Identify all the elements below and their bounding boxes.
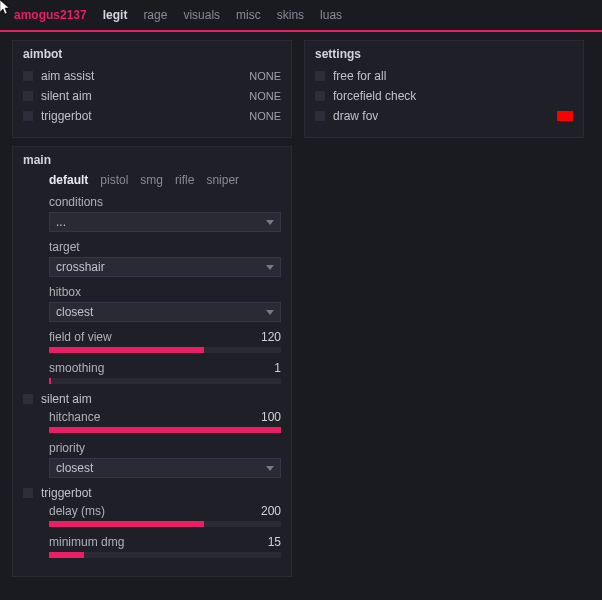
settings-panel: settings free for all forcefield check d… [304, 40, 584, 138]
priority-label: priority [49, 441, 281, 455]
hitchance-label: hitchance [49, 410, 100, 424]
delay-slider[interactable] [49, 521, 281, 527]
silent-aim-label: silent aim [41, 89, 249, 103]
conditions-select[interactable]: ... [49, 212, 281, 232]
triggerbot-keybind[interactable]: NONE [249, 110, 281, 122]
delay-label: delay (ms) [49, 504, 105, 518]
nav-tab-legit[interactable]: legit [103, 8, 128, 22]
delay-value: 200 [261, 504, 281, 518]
conditions-label: conditions [49, 195, 281, 209]
tab-rifle[interactable]: rifle [175, 173, 194, 187]
nav-tab-rage[interactable]: rage [143, 8, 167, 22]
priority-select[interactable]: closest [49, 458, 281, 478]
aim-assist-keybind[interactable]: NONE [249, 70, 281, 82]
mindmg-label: minimum dmg [49, 535, 124, 549]
mindmg-slider[interactable] [49, 552, 281, 558]
trigger-section-checkbox[interactable] [23, 488, 33, 498]
target-label: target [49, 240, 281, 254]
hitbox-select[interactable]: closest [49, 302, 281, 322]
main-panel: main default pistol smg rifle sniper con… [12, 146, 292, 577]
mindmg-value: 15 [268, 535, 281, 549]
target-select[interactable]: crosshair [49, 257, 281, 277]
tab-default[interactable]: default [49, 173, 88, 187]
aimbot-panel: aimbot aim assist NONE silent aim NONE t… [12, 40, 292, 138]
hitchance-value: 100 [261, 410, 281, 424]
settings-title: settings [315, 47, 573, 61]
fov-value: 120 [261, 330, 281, 344]
silent-section-checkbox[interactable] [23, 394, 33, 404]
fov-slider[interactable] [49, 347, 281, 353]
smoothing-label: smoothing [49, 361, 104, 375]
ffa-label: free for all [333, 69, 573, 83]
fov-label: field of view [49, 330, 112, 344]
forcefield-label: forcefield check [333, 89, 573, 103]
tab-pistol[interactable]: pistol [100, 173, 128, 187]
smoothing-value: 1 [274, 361, 281, 375]
triggerbot-label: triggerbot [41, 109, 249, 123]
aimbot-title: aimbot [23, 47, 281, 61]
tab-sniper[interactable]: sniper [206, 173, 239, 187]
ffa-checkbox[interactable] [315, 71, 325, 81]
drawfov-label: draw fov [333, 109, 557, 123]
hitchance-slider[interactable] [49, 427, 281, 433]
nav-tab-misc[interactable]: misc [236, 8, 261, 22]
drawfov-checkbox[interactable] [315, 111, 325, 121]
nav-user: amogus2137 [14, 8, 87, 22]
main-title: main [23, 153, 281, 167]
aim-assist-checkbox[interactable] [23, 71, 33, 81]
trigger-section-label: triggerbot [41, 486, 281, 500]
silent-aim-checkbox[interactable] [23, 91, 33, 101]
forcefield-checkbox[interactable] [315, 91, 325, 101]
hitbox-label: hitbox [49, 285, 281, 299]
weapon-tabs: default pistol smg rifle sniper [49, 173, 281, 187]
smoothing-slider[interactable] [49, 378, 281, 384]
nav-tab-visuals[interactable]: visuals [183, 8, 220, 22]
top-nav: amogus2137 legit rage visuals misc skins… [0, 0, 602, 32]
drawfov-color-picker[interactable] [557, 111, 573, 121]
tab-smg[interactable]: smg [140, 173, 163, 187]
silent-section-label: silent aim [41, 392, 281, 406]
silent-aim-keybind[interactable]: NONE [249, 90, 281, 102]
nav-tab-skins[interactable]: skins [277, 8, 304, 22]
triggerbot-checkbox[interactable] [23, 111, 33, 121]
aim-assist-label: aim assist [41, 69, 249, 83]
nav-tab-luas[interactable]: luas [320, 8, 342, 22]
